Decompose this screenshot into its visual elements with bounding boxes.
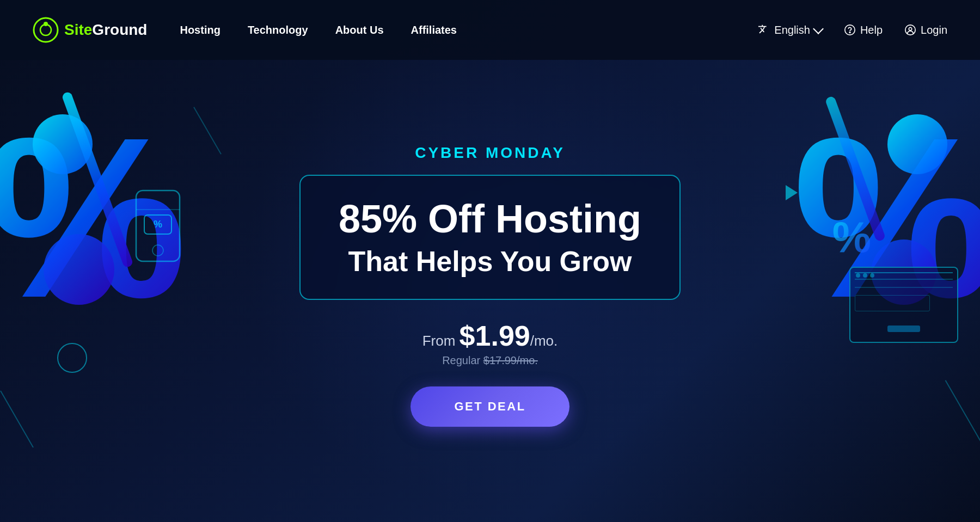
translate-icon xyxy=(758,24,770,36)
promo-headline-line2: That Helps You Grow xyxy=(339,246,641,277)
nav-right: English Help Login xyxy=(758,24,947,36)
slash-right xyxy=(825,95,886,242)
promo-label: CYBER MONDAY xyxy=(415,144,565,162)
svg-point-3 xyxy=(845,25,855,35)
svg-point-6 xyxy=(909,27,912,30)
nav-item-hosting[interactable]: Hosting xyxy=(180,24,220,36)
device-left-icon: % xyxy=(131,185,196,278)
play-icon xyxy=(786,185,798,200)
diag-line-right xyxy=(945,380,980,442)
browser-content-block xyxy=(855,295,930,311)
price-from-text: From xyxy=(422,333,456,349)
price-from-line: From $1.99/mo. xyxy=(422,320,558,352)
browser-dot-1 xyxy=(856,273,860,278)
language-selector[interactable]: English xyxy=(758,24,822,36)
svg-rect-8 xyxy=(144,215,171,234)
navbar: SiteGround Hosting Technology About Us A… xyxy=(0,0,980,60)
svg-rect-7 xyxy=(136,191,180,261)
price-suffix: /mo. xyxy=(530,333,558,349)
circle-blue-right xyxy=(871,239,936,305)
browser-line-1 xyxy=(855,287,953,288)
help-link[interactable]: Help xyxy=(844,24,883,36)
logo-icon xyxy=(33,17,59,43)
svg-point-5 xyxy=(905,25,915,35)
hero-content: CYBER MONDAY 85% Off Hosting That Helps … xyxy=(299,144,681,427)
logo[interactable]: SiteGround xyxy=(33,17,147,43)
login-link[interactable]: Login xyxy=(904,24,947,36)
svg-point-0 xyxy=(34,18,58,42)
svg-point-4 xyxy=(849,32,850,33)
deco-left: % % xyxy=(0,60,250,522)
browser-window-icon xyxy=(849,267,958,343)
browser-btn xyxy=(887,326,920,332)
chevron-down-icon xyxy=(813,23,824,34)
diag-line-left2 xyxy=(193,107,222,155)
svg-point-10 xyxy=(152,245,163,256)
question-circle-icon xyxy=(844,24,856,36)
language-label: English xyxy=(774,24,810,36)
nav-item-technology[interactable]: Technology xyxy=(248,24,308,36)
nav-item-affiliates[interactable]: Affiliates xyxy=(411,24,457,36)
diag-line-left xyxy=(0,391,34,448)
browser-dots xyxy=(856,273,874,278)
promo-headline-line1: 85% Off Hosting xyxy=(339,198,641,241)
nav-links: Hosting Technology About Us Affiliates xyxy=(180,24,758,36)
user-circle-icon xyxy=(904,24,916,36)
promo-box: 85% Off Hosting That Helps You Grow xyxy=(299,175,681,300)
percent-big-left: % xyxy=(0,103,187,332)
login-label: Login xyxy=(921,24,947,36)
circle-outline-left xyxy=(57,343,87,373)
circle-blue-left xyxy=(44,234,114,305)
nav-item-about-us[interactable]: About Us xyxy=(335,24,384,36)
svg-text:%: % xyxy=(154,219,162,230)
price-regular-line: Regular $17.99/mo. xyxy=(422,354,558,367)
percent-small-right: % xyxy=(832,212,871,262)
price-section: From $1.99/mo. Regular $17.99/mo. xyxy=(422,320,558,367)
help-label: Help xyxy=(860,24,883,36)
logo-text: SiteGround xyxy=(64,21,147,39)
browser-dot-2 xyxy=(863,273,867,278)
circle-teal-right xyxy=(887,114,947,174)
slash-left xyxy=(61,91,133,268)
percent-big-right: % xyxy=(793,103,980,332)
price-amount: $1.99 xyxy=(460,320,530,352)
deco-right: % % xyxy=(719,60,980,522)
svg-point-2 xyxy=(44,22,48,26)
price-regular-value: $17.99/mo. xyxy=(483,354,538,366)
price-regular-prefix: Regular xyxy=(442,354,480,366)
browser-dot-3 xyxy=(870,273,874,278)
hero-section: % % % % xyxy=(0,0,980,522)
circle-teal-left xyxy=(33,114,93,174)
get-deal-button[interactable]: GET DEAL xyxy=(411,386,569,427)
